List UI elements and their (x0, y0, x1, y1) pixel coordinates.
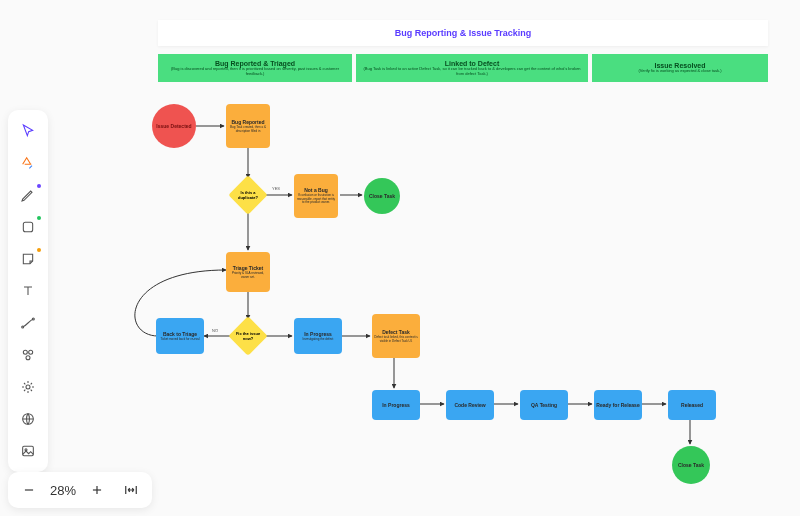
shape-color-dot (37, 216, 41, 220)
diagram-title: Bug Reporting & Issue Tracking (158, 20, 768, 46)
node-in-progress-2[interactable]: In Progress (372, 390, 420, 420)
lane-3: Issue Resolved (Verify fix is working as… (592, 54, 768, 82)
node-back-to-triage[interactable]: Back to Triage Ticket moved back for re-… (156, 318, 204, 354)
node-close-2[interactable]: Close Task (672, 446, 710, 484)
tool-shape[interactable] (13, 212, 43, 242)
lane-2: Linked to Defect (Bug Task is linked to … (356, 54, 588, 82)
node-bug-reported[interactable]: Bug Reported Bug Task created, then a & … (226, 104, 270, 148)
sticky-color-dot (37, 248, 41, 252)
tool-more-shapes[interactable] (13, 340, 43, 370)
tool-image[interactable] (13, 436, 43, 466)
edge-label-no: NO (212, 328, 218, 333)
node-triage[interactable]: Triage Ticket Priority & SLA reviewed, o… (226, 252, 270, 292)
svg-rect-23 (23, 446, 34, 455)
canvas[interactable]: Bug Reporting & Issue Tracking Bug Repor… (0, 0, 800, 516)
node-released[interactable]: Released (668, 390, 716, 420)
svg-point-20 (26, 356, 30, 360)
tool-sticky[interactable] (13, 244, 43, 274)
svg-point-21 (26, 385, 30, 389)
node-in-progress-1[interactable]: In Progress Investigating the defect (294, 318, 342, 354)
lane-1: Bug Reported & Triaged (Bug is discovere… (158, 54, 352, 82)
tool-connector[interactable] (13, 308, 43, 338)
edge-label-yes: YES (272, 186, 280, 191)
tool-select[interactable] (13, 116, 43, 146)
node-issue-detected[interactable]: Issue Detected (152, 104, 196, 148)
zoom-controls: 28% (8, 472, 152, 508)
tool-web[interactable] (13, 404, 43, 434)
zoom-fit-button[interactable] (118, 477, 144, 503)
tool-text[interactable] (13, 276, 43, 306)
zoom-level: 28% (50, 483, 76, 498)
svg-rect-15 (23, 222, 32, 231)
zoom-in-button[interactable] (84, 477, 110, 503)
node-ready-release[interactable]: Ready for Release (594, 390, 642, 420)
node-not-a-bug[interactable]: Not a Bug If confusion or frustration is… (294, 174, 338, 218)
node-qa-testing[interactable]: QA Testing (520, 390, 568, 420)
tool-pen[interactable] (13, 180, 43, 210)
node-close-1[interactable]: Close Task (364, 178, 400, 214)
node-code-review[interactable]: Code Review (446, 390, 494, 420)
node-defect-task[interactable]: Defect Task Defect task linked, this con… (372, 314, 420, 358)
zoom-out-button[interactable] (16, 477, 42, 503)
svg-point-19 (29, 350, 33, 354)
tool-hand[interactable] (13, 148, 43, 178)
svg-point-18 (23, 350, 27, 354)
node-decision-fix-now[interactable]: Fix the issue now? (234, 322, 262, 350)
pen-color-dot (37, 184, 41, 188)
svg-point-16 (22, 326, 24, 328)
tool-ai[interactable] (13, 372, 43, 402)
toolbar (8, 110, 48, 472)
node-decision-duplicate[interactable]: Is this a duplicate? (234, 181, 262, 209)
